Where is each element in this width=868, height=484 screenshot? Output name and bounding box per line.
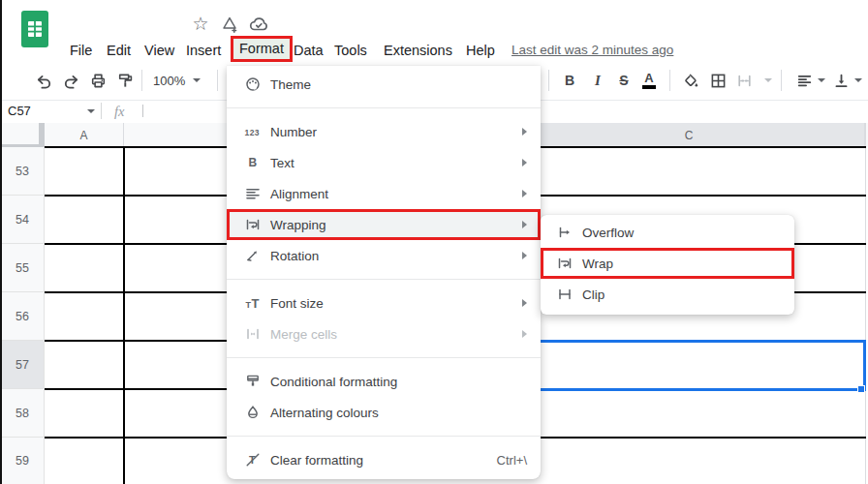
menu-item-text[interactable]: B Text — [227, 147, 541, 178]
menu-item-number[interactable]: 123 Number — [227, 116, 541, 147]
menu-extensions[interactable]: Extensions — [384, 39, 452, 62]
menu-item-alternating-colours[interactable]: Alternating colours — [227, 397, 541, 428]
chevron-down-icon — [818, 78, 825, 82]
clear-format-icon: T — [244, 451, 262, 469]
menu-edit[interactable]: Edit — [107, 39, 131, 62]
chevron-down-icon — [854, 78, 862, 82]
menu-view[interactable]: View — [144, 39, 174, 62]
name-box[interactable]: C57 — [8, 101, 31, 122]
submenu-arrow-icon — [522, 252, 527, 259]
menu-item-conditional-formatting[interactable]: Conditional formatting — [227, 366, 541, 397]
column-header-a[interactable]: A — [45, 123, 124, 147]
menu-tools[interactable]: Tools — [334, 39, 367, 62]
cloud-saved-icon[interactable] — [248, 14, 269, 35]
move-icon[interactable] — [219, 14, 240, 35]
wrapping-submenu: Overflow Wrap Clip — [541, 215, 794, 315]
menu-item-rotation[interactable]: Rotation — [227, 240, 541, 271]
row-header-57[interactable]: 57 — [0, 341, 45, 389]
clip-icon — [556, 286, 574, 303]
selection-border-right — [863, 340, 866, 391]
row-header-59[interactable]: 59 — [0, 438, 45, 484]
merge-cells-icon[interactable] — [731, 68, 757, 93]
horizontal-align-icon[interactable] — [791, 68, 817, 93]
select-all-corner[interactable] — [0, 123, 45, 148]
fill-handle[interactable] — [857, 385, 865, 393]
redo-icon[interactable] — [58, 68, 83, 93]
submenu-arrow-icon — [522, 221, 527, 228]
chevron-down-icon — [193, 78, 201, 82]
merge-options-arrow[interactable] — [761, 68, 775, 93]
star-icon[interactable]: ☆ — [190, 14, 211, 35]
menu-help[interactable]: Help — [466, 39, 495, 62]
submenu-item-overflow[interactable]: Overflow — [541, 217, 794, 248]
row-header-56[interactable]: 56 — [0, 292, 45, 341]
font-size-icon: TT — [244, 294, 262, 312]
chevron-down-icon — [87, 109, 95, 113]
menu-item-alignment[interactable]: Alignment — [227, 178, 541, 209]
column-header-c[interactable]: C — [513, 123, 865, 147]
fx-icon: fx — [114, 100, 124, 123]
text-wrap-icon — [244, 216, 262, 233]
horizontal-align-arrow[interactable] — [815, 68, 828, 93]
menu-item-font-size[interactable]: TT Font size — [227, 287, 541, 318]
print-icon[interactable] — [85, 68, 110, 93]
svg-text:T: T — [252, 296, 260, 311]
grid-line — [0, 388, 45, 389]
row-header-58[interactable]: 58 — [0, 389, 45, 438]
strikethrough-button[interactable]: S — [611, 68, 636, 93]
menu-item-theme[interactable]: Theme — [227, 69, 541, 100]
submenu-arrow-icon — [522, 299, 527, 307]
name-box-arrow[interactable] — [83, 101, 99, 122]
conditional-format-icon — [244, 373, 262, 390]
row-header-55[interactable]: 55 — [0, 244, 45, 292]
submenu-arrow-icon — [522, 330, 527, 338]
text-rotation-icon — [244, 247, 262, 264]
grid-line — [865, 123, 866, 484]
fill-color-icon[interactable] — [677, 68, 702, 93]
menu-divider — [227, 436, 541, 437]
paint-format-icon[interactable] — [112, 68, 138, 93]
vertical-align-icon[interactable] — [828, 68, 853, 93]
menu-item-wrapping[interactable]: Wrapping — [227, 209, 541, 240]
menu-format[interactable]: Format — [231, 36, 293, 62]
menu-insert[interactable]: Insert — [186, 39, 221, 62]
grid-line — [44, 147, 45, 484]
toolbar-separator — [669, 70, 670, 91]
submenu-item-clip[interactable]: Clip — [541, 279, 794, 310]
zoom-control[interactable]: 100% — [147, 68, 207, 93]
bold-button[interactable]: B — [557, 68, 582, 93]
menu-item-merge-cells[interactable]: Merge cells — [227, 318, 541, 349]
zoom-level: 100% — [153, 74, 185, 88]
menu-divider — [227, 279, 541, 280]
menu-item-clear-formatting[interactable]: T Clear formatting Ctrl+\ — [227, 444, 541, 475]
submenu-arrow-icon — [522, 190, 527, 197]
sheets-logo[interactable] — [21, 10, 48, 48]
submenu-item-wrap[interactable]: Wrap — [541, 248, 794, 279]
toolbar-separator — [548, 70, 549, 91]
row-header-53[interactable]: 53 — [0, 147, 45, 196]
overflow-icon — [556, 224, 574, 241]
text-color-button[interactable]: A — [636, 68, 662, 93]
grid-line — [0, 243, 45, 244]
menu-divider — [227, 107, 541, 108]
undo-icon[interactable] — [31, 68, 56, 93]
menu-data[interactable]: Data — [294, 39, 324, 62]
shortcut-label: Ctrl+\ — [497, 453, 527, 468]
grid-line — [0, 195, 45, 196]
screenshot-left-border — [0, 0, 2, 484]
toolbar-separator — [141, 70, 142, 91]
last-edit-link[interactable]: Last edit was 2 minutes ago — [512, 39, 673, 62]
row-header-54[interactable]: 54 — [0, 196, 45, 244]
grid-line — [0, 340, 45, 341]
merge-cells-icon — [244, 325, 262, 343]
cell-border-black — [123, 146, 125, 484]
palette-icon — [244, 76, 262, 93]
formula-bar-separator — [101, 103, 102, 119]
text-color-swatch — [642, 85, 656, 89]
italic-button[interactable]: I — [585, 68, 610, 93]
menu-divider — [227, 357, 541, 358]
alternating-colors-icon — [244, 404, 262, 421]
menu-file[interactable]: File — [70, 39, 92, 62]
borders-icon[interactable] — [705, 68, 730, 93]
vertical-align-arrow[interactable] — [852, 68, 865, 93]
